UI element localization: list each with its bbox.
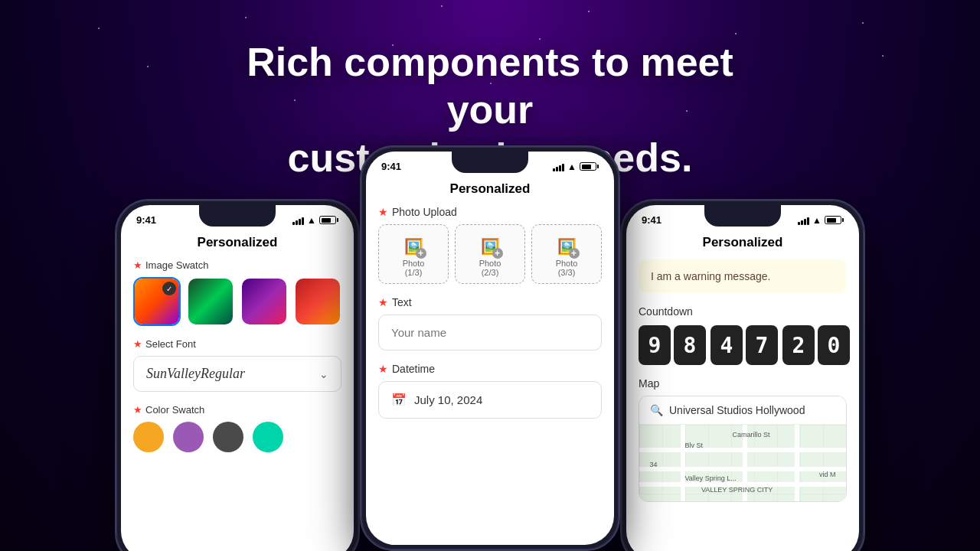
page-title-center: Personalized — [366, 175, 614, 206]
your-name-input[interactable] — [378, 315, 602, 350]
signal-icon-center — [553, 162, 564, 171]
swatch-3[interactable] — [240, 277, 288, 326]
signal-icon-left — [292, 216, 304, 225]
countdown-digit-9: 9 — [639, 325, 671, 365]
color-teal[interactable] — [253, 422, 283, 452]
required-star-photo: ★ — [378, 206, 388, 218]
digit-group-2: 4 7 — [710, 325, 778, 365]
photo-label-2: Photo (2/3) — [479, 259, 501, 277]
battery-icon-left — [319, 216, 338, 224]
countdown-digit-7: 7 — [746, 325, 778, 365]
map-label: Map — [639, 377, 847, 390]
phone-center-screen: 9:41 ▲ Personalized — [366, 152, 614, 545]
map-section: Map 🔍 Universal Studios Hollywood — [639, 377, 847, 502]
photo-icon-2: 🖼️ + — [481, 237, 500, 256]
map-container: 🔍 Universal Studios Hollywood — [639, 396, 847, 502]
map-street-1: Blv St — [684, 442, 703, 449]
swatch-2[interactable] — [187, 277, 234, 326]
photo-uploads: 🖼️ + Photo (1/3) 🖼️ + — [378, 224, 602, 284]
photo-icon-1: 🖼️ + — [404, 237, 423, 256]
warning-message: I am a warning message. — [639, 259, 847, 293]
digit-group-3: 2 0 — [782, 325, 850, 365]
wifi-icon-left: ▲ — [307, 215, 316, 226]
map-label-3: VALLEY SPRING CITY — [701, 486, 773, 494]
font-name-display: SunValleyRegular — [146, 366, 245, 382]
phone-right-screen: 9:41 ▲ Personalized — [626, 205, 859, 551]
map-search-text: Universal Studios Hollywood — [669, 404, 805, 416]
map-label-1: 34 — [650, 461, 658, 468]
date-field[interactable]: 📅 July 10, 2024 — [378, 381, 602, 419]
map-street-2: Camarillo St — [733, 431, 770, 439]
required-star-date: ★ — [378, 363, 388, 375]
time-center: 9:41 — [381, 161, 401, 172]
calendar-icon: 📅 — [391, 393, 407, 407]
photo-upload-2[interactable]: 🖼️ + Photo (2/3) — [455, 224, 525, 284]
map-label-2: Valley Spring L... — [684, 474, 736, 482]
image-swatches: ✓ — [133, 277, 341, 326]
map-visual: Blv St Camarillo St 34 Valley Spring L..… — [639, 425, 846, 501]
datetime-label: ★ Datetime — [378, 363, 602, 375]
swatch-4[interactable] — [294, 277, 341, 326]
required-star-text: ★ — [378, 296, 388, 308]
required-star-color: ★ — [133, 404, 142, 416]
countdown-label: Countdown — [639, 305, 847, 318]
time-right: 9:41 — [642, 214, 662, 226]
phone-left-content: ★ Image Swatch ✓ — [121, 259, 354, 452]
page-title-right: Personalized — [626, 229, 859, 259]
font-selector[interactable]: SunValleyRegular ⌄ — [133, 356, 341, 392]
page-title-left: Personalized — [121, 229, 354, 259]
battery-icon-center — [580, 162, 599, 171]
status-icons-left: ▲ — [292, 215, 338, 226]
chevron-down-icon: ⌄ — [319, 368, 328, 380]
countdown-section: Countdown 9 8 4 7 2 0 — [639, 305, 847, 365]
status-icons-right: ▲ — [798, 215, 844, 226]
swatch-checkmark: ✓ — [162, 282, 176, 295]
phone-center-content: ★ Photo Upload 🖼️ + Photo (1/3) — [366, 206, 614, 419]
required-star-image: ★ — [133, 259, 142, 271]
photo-icon-3: 🖼️ + — [557, 237, 577, 256]
countdown-digit-8: 8 — [674, 325, 706, 365]
phone-right-content: I am a warning message. Countdown 9 8 4 … — [626, 259, 859, 502]
plus-icon-1: + — [416, 248, 426, 259]
wifi-icon-center: ▲ — [567, 161, 577, 172]
signal-icon-right — [798, 216, 809, 225]
time-left: 9:41 — [136, 214, 156, 226]
color-swatch-label: ★ Color Swatch — [133, 404, 341, 416]
select-font-label: ★ Select Font — [133, 338, 341, 350]
countdown-digits: 9 8 4 7 2 0 — [639, 325, 847, 365]
color-swatches — [133, 422, 341, 452]
photo-upload-label: ★ Photo Upload — [378, 206, 602, 218]
swatch-1[interactable]: ✓ — [133, 277, 181, 326]
phone-right: 9:41 ▲ Personalized — [620, 199, 865, 551]
map-label-4: vid M — [819, 471, 836, 478]
color-purple[interactable] — [173, 422, 204, 452]
wifi-icon-right: ▲ — [812, 215, 822, 226]
search-icon: 🔍 — [650, 404, 663, 416]
phone-center: 9:41 ▲ Personalized — [360, 145, 620, 551]
photo-upload-3[interactable]: 🖼️ + Photo (3/3) — [531, 224, 602, 284]
countdown-digit-0: 0 — [818, 325, 850, 365]
countdown-digit-2: 2 — [782, 325, 815, 365]
map-search-bar[interactable]: 🔍 Universal Studios Hollywood — [639, 396, 846, 425]
digit-group-1: 9 8 — [639, 325, 706, 365]
color-orange[interactable] — [133, 422, 164, 452]
notch-center — [452, 152, 528, 173]
notch-left — [199, 205, 276, 227]
phone-left-screen: 9:41 ▲ Personalized — [121, 205, 354, 551]
notch-right — [704, 205, 781, 227]
plus-icon-2: + — [492, 248, 503, 259]
date-value: July 10, 2024 — [414, 393, 482, 406]
color-dark[interactable] — [213, 422, 243, 452]
image-swatch-label: ★ Image Swatch — [133, 259, 341, 271]
phone-left: 9:41 ▲ Personalized — [115, 199, 360, 551]
battery-icon-right — [825, 216, 844, 224]
plus-icon-3: + — [569, 248, 580, 259]
text-field-label: ★ Text — [378, 296, 602, 308]
required-star-font: ★ — [133, 338, 142, 350]
photo-label-3: Photo (3/3) — [556, 259, 578, 277]
countdown-digit-4: 4 — [710, 325, 743, 365]
photo-upload-1[interactable]: 🖼️ + Photo (1/3) — [378, 224, 449, 284]
phones-container: 9:41 ▲ Personalized — [115, 145, 865, 551]
status-icons-center: ▲ — [553, 161, 599, 172]
photo-label-1: Photo (1/3) — [403, 259, 425, 277]
